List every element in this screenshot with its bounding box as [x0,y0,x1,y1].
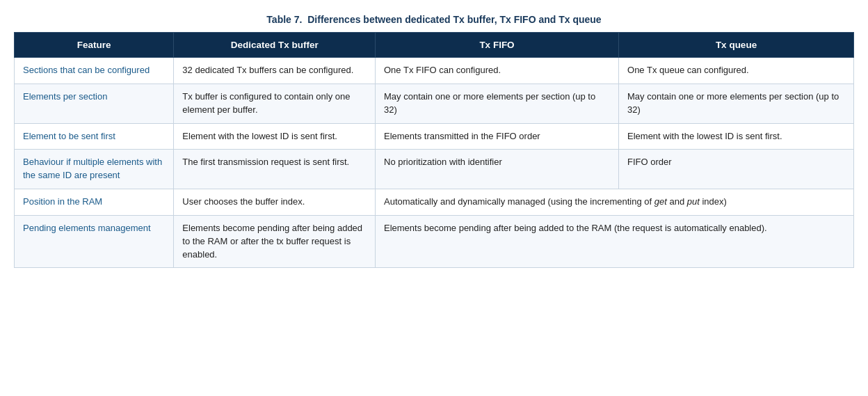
col-header-dedicated: Dedicated Tx buffer [174,33,376,58]
cell-fifo-queue-merged: Automatically and dynamically managed (u… [376,189,854,216]
table-row: Pending elements managementElements beco… [15,215,854,268]
col-header-fifo: Tx FIFO [376,33,619,58]
table-row: Element to be sent firstElement with the… [15,123,854,150]
cell-fifo: May contain one or more elements per sec… [376,84,619,123]
cell-dedicated: Tx buffer is configured to contain only … [174,84,376,123]
table-title-text: Differences between dedicated Tx buffer,… [307,14,601,25]
cell-queue: Element with the lowest ID is sent first… [619,123,854,150]
table-header-row: Feature Dedicated Tx buffer Tx FIFO Tx q… [15,33,854,58]
cell-fifo-queue-merged: Elements become pending after being adde… [376,215,854,268]
comparison-table: Feature Dedicated Tx buffer Tx FIFO Tx q… [14,32,854,268]
cell-feature: Element to be sent first [15,123,174,150]
cell-feature: Pending elements management [15,215,174,268]
table-row: Elements per sectionTx buffer is configu… [15,84,854,123]
cell-dedicated: User chooses the buffer index. [174,189,376,216]
cell-fifo: Elements transmitted in the FIFO order [376,123,619,150]
cell-queue: FIFO order [619,150,854,189]
table-row: Behaviour if multiple elements with the … [15,150,854,189]
cell-fifo: One Tx FIFO can configured. [376,58,619,84]
cell-dedicated: 32 dedicated Tx buffers can be configure… [174,58,376,84]
cell-queue: One Tx queue can configured. [619,58,854,84]
col-header-feature: Feature [15,33,174,58]
cell-queue: May contain one or more elements per sec… [619,84,854,123]
table-row: Sections that can be configured32 dedica… [15,58,854,84]
cell-dedicated: Elements become pending after being adde… [174,215,376,268]
col-header-queue: Tx queue [619,33,854,58]
cell-feature: Position in the RAM [15,189,174,216]
cell-fifo: No prioritization with identifier [376,150,619,189]
cell-dedicated: Element with the lowest ID is sent first… [174,123,376,150]
table-row: Position in the RAMUser chooses the buff… [15,189,854,216]
cell-feature: Elements per section [15,84,174,123]
cell-feature: Sections that can be configured [15,58,174,84]
cell-feature: Behaviour if multiple elements with the … [15,150,174,189]
table-title-prefix: Table 7. [266,14,302,25]
table-title: Table 7. Differences between dedicated T… [14,14,854,25]
cell-dedicated: The first transmission request is sent f… [174,150,376,189]
